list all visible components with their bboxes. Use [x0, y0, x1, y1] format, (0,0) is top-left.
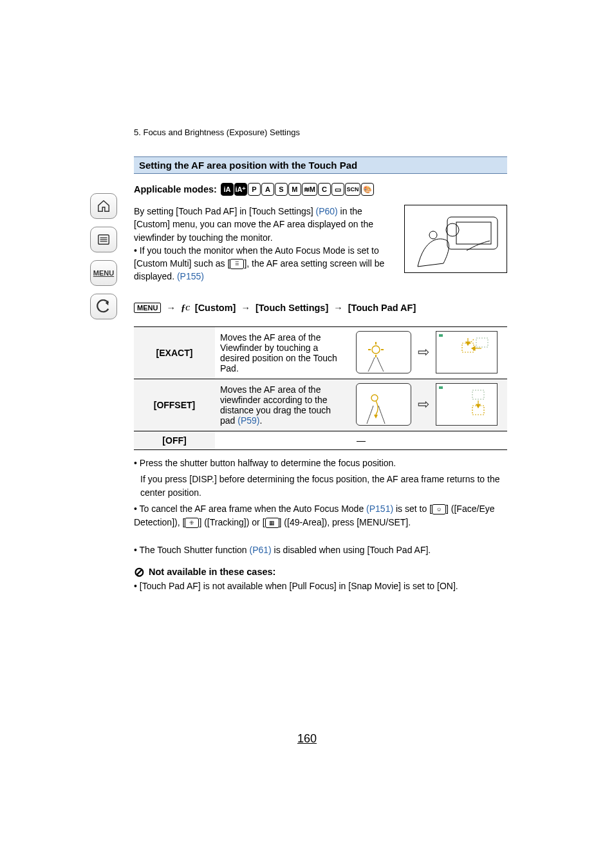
- menu-icon[interactable]: MENU: [90, 260, 117, 286]
- link-p61[interactable]: (P61): [250, 545, 272, 555]
- mode-panorama-icon: ▭: [331, 183, 344, 196]
- option-exact-desc: Moves the AF area of the Viewfinder by t…: [215, 326, 346, 379]
- mode-creative-icon: 🎨: [361, 183, 374, 196]
- chapter-label: 5. Focus and Brightness (Exposure) Setti…: [134, 127, 507, 137]
- svg-marker-19: [466, 342, 470, 345]
- note-1: • Press the shutter button halfway to de…: [134, 457, 507, 470]
- arrow-right-icon: ⇨: [418, 344, 429, 361]
- svg-marker-27: [476, 404, 480, 408]
- option-offset-diagram: ⇨: [346, 379, 507, 431]
- not-available-title: Not available in these cases:: [149, 567, 275, 577]
- custom-wrench-icon: ƒC: [181, 303, 190, 314]
- applicable-modes-label: Applicable modes:: [134, 184, 217, 194]
- mode-iaplus-icon: iA⁺: [234, 183, 247, 196]
- arrow-icon: →: [166, 303, 176, 313]
- option-offset-desc-b: .: [259, 415, 262, 426]
- intro-part1: By setting [Touch Pad AF] in [Touch Sett…: [134, 206, 316, 216]
- mode-p-icon: P: [248, 183, 261, 196]
- disabled-b: is disabled when using [Touch Pad AF].: [272, 545, 431, 555]
- link-p60[interactable]: (P60): [316, 206, 338, 216]
- disabled-a: • The Touch Shutter function: [134, 545, 250, 555]
- svg-rect-20: [476, 338, 488, 347]
- svg-marker-22: [374, 415, 378, 419]
- viewfinder-touch-illustration: [404, 205, 507, 273]
- svg-point-9: [372, 346, 380, 354]
- svg-rect-23: [439, 386, 443, 389]
- menu-custom-label: [Custom]: [195, 303, 236, 313]
- applicable-modes-row: Applicable modes: iA iA⁺ P A S M ≋M C ▭ …: [134, 183, 507, 196]
- link-p59[interactable]: (P59): [237, 415, 259, 426]
- not-available-header: ⊘ Not available in these cases:: [134, 564, 507, 580]
- menu-path-row: MENU → ƒC [Custom] → [Touch Settings] → …: [134, 303, 507, 314]
- option-off-desc: —: [215, 431, 507, 449]
- table-row: [EXACT] Moves the AF area of the Viewfin…: [134, 326, 507, 379]
- not-available-list: • [Touch Pad AF] is not available when […: [134, 580, 507, 593]
- home-icon[interactable]: [90, 193, 117, 219]
- mode-scn-icon: SCN: [345, 183, 360, 196]
- custom-multi-icon: ⠿: [230, 259, 244, 269]
- menu-touch-settings-label: [Touch Settings]: [256, 303, 328, 313]
- mode-s-icon: S: [275, 183, 288, 196]
- link-p151[interactable]: (P151): [366, 504, 393, 514]
- table-row: [OFFSET] Moves the AF area of the viewfi…: [134, 379, 507, 431]
- link-p155[interactable]: (P155): [177, 271, 204, 281]
- sidebar-nav: MENU: [90, 193, 121, 319]
- face-eye-icon: ☺: [432, 504, 446, 514]
- mode-m-icon: M: [288, 183, 301, 196]
- svg-rect-6: [456, 222, 491, 244]
- mode-c-icon: C: [318, 183, 331, 196]
- not-available-item: • [Touch Pad AF] is not available when […: [134, 580, 507, 593]
- arrow-right-icon: ⇨: [418, 396, 429, 413]
- option-off-name: [OFF]: [134, 431, 215, 449]
- intro-row: By setting [Touch Pad AF] in [Touch Sett…: [134, 205, 507, 283]
- note-1b: If you press [DISP.] before determining …: [140, 473, 507, 500]
- page-number: 160: [0, 732, 614, 746]
- page-content: 5. Focus and Brightness (Exposure) Setti…: [134, 127, 507, 596]
- tracking-icon: ⁜: [185, 518, 199, 528]
- section-title: Setting the AF area position with the To…: [134, 156, 507, 174]
- arrow-icon: →: [241, 303, 250, 313]
- svg-rect-14: [439, 334, 443, 337]
- note-2e: ] ([49-Area]), press [MENU/SET].: [279, 517, 411, 527]
- back-icon[interactable]: [90, 294, 117, 319]
- note-2a: • To cancel the AF area frame when the A…: [134, 504, 366, 514]
- svg-marker-17: [472, 346, 475, 350]
- svg-point-8: [429, 231, 437, 239]
- menu-touch-pad-af-label: [Touch Pad AF]: [348, 303, 416, 313]
- mode-icons-group: iA iA⁺ P A S M ≋M C ▭ SCN 🎨: [221, 183, 374, 196]
- note-2: • To cancel the AF area frame when the A…: [134, 502, 507, 529]
- option-offset-desc: Moves the AF area of the viewfinder acco…: [215, 379, 346, 431]
- option-exact-name: [EXACT]: [134, 326, 215, 379]
- notes-block: • Press the shutter button halfway to de…: [134, 457, 507, 529]
- menu-pill-icon: MENU: [134, 303, 161, 313]
- svg-rect-24: [472, 390, 484, 399]
- note-2b: is set to [: [393, 504, 432, 514]
- intro-text: By setting [Touch Pad AF] in [Touch Sett…: [134, 205, 395, 283]
- options-table: [EXACT] Moves the AF area of the Viewfin…: [134, 326, 507, 450]
- mode-a-icon: A: [261, 183, 274, 196]
- prohibited-icon: ⊘: [134, 564, 145, 580]
- menu-icon-label: MENU: [93, 269, 114, 277]
- mode-ia-icon: iA: [221, 183, 234, 196]
- arrow-icon: →: [333, 303, 343, 313]
- toc-icon[interactable]: [90, 227, 117, 252]
- disabled-note: • The Touch Shutter function (P61) is di…: [134, 545, 507, 555]
- 49-area-icon: ▦: [265, 518, 279, 528]
- option-exact-diagram: ⇨: [346, 326, 507, 379]
- option-offset-desc-a: Moves the AF area of the viewfinder acco…: [220, 384, 331, 426]
- svg-point-21: [371, 395, 378, 401]
- mode-movie-m-icon: ≋M: [302, 183, 317, 196]
- note-2d: ] ([Tracking]) or [: [199, 517, 265, 527]
- table-row: [OFF] —: [134, 431, 507, 449]
- option-offset-name: [OFFSET]: [134, 379, 215, 431]
- svg-point-7: [446, 223, 459, 236]
